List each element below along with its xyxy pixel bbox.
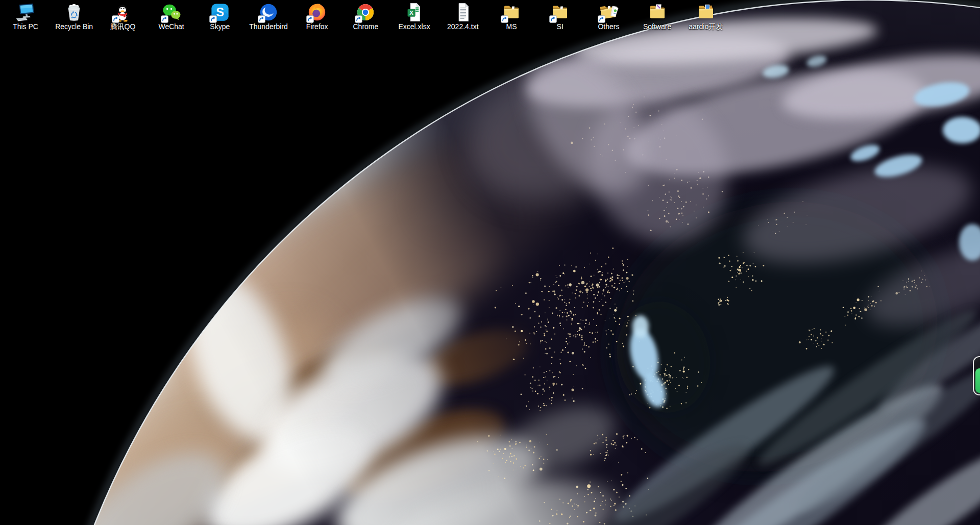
2022-4-txt-icon: [452, 2, 474, 23]
excel-xlsx-icon: X: [404, 2, 425, 23]
icon-label: MS: [487, 22, 535, 31]
desktop-icon-excel-xlsx[interactable]: X Excel.xlsx: [390, 0, 438, 32]
desktop-icon-chrome[interactable]: Chrome: [341, 0, 389, 32]
icon-label: Chrome: [341, 22, 389, 31]
recycle-bin-icon: [63, 2, 85, 23]
shortcut-arrow-icon: [209, 15, 217, 23]
svg-text:S: S: [216, 6, 224, 19]
volume-fill: [975, 368, 980, 393]
icon-label: 2022.4.txt: [439, 22, 487, 31]
desktop-icon-firefox[interactable]: Firefox: [293, 0, 341, 32]
shortcut-arrow-icon: [549, 15, 557, 23]
earth-wallpaper-image: [0, 0, 980, 525]
shortcut-arrow-icon: [355, 15, 362, 23]
software-icon: [647, 2, 668, 23]
desktop-icon-skype[interactable]: S Skype: [196, 0, 244, 32]
desktop-icon-tencent-qq[interactable]: 腾讯QQ: [99, 0, 146, 32]
shortcut-arrow-icon: [501, 15, 508, 23]
icon-label: Skype: [196, 22, 244, 31]
icon-label: SI: [536, 22, 584, 31]
icon-label: This PC: [2, 22, 50, 31]
volume-indicator[interactable]: [973, 356, 980, 395]
icon-label: WeChat: [148, 22, 195, 31]
desktop-icon-2022-4-txt[interactable]: 2022.4.txt: [439, 0, 487, 32]
desktop-icon-si[interactable]: SI: [536, 0, 584, 32]
shortcut-arrow-icon: [306, 15, 314, 23]
desktop-icon-thunderbird[interactable]: Thunderbird: [244, 0, 292, 32]
desktop[interactable]: This PC Recycle Bin 腾讯QQ WeChat S Skype …: [0, 0, 980, 525]
desktop-icon-aardio[interactable]: aardio开发: [682, 0, 730, 32]
svg-text:X: X: [409, 10, 413, 16]
desktop-icon-software[interactable]: Software: [633, 0, 681, 32]
desktop-icon-recycle-bin[interactable]: Recycle Bin: [50, 0, 98, 32]
icon-label: Excel.xlsx: [390, 22, 438, 31]
icon-label: aardio开发: [682, 22, 730, 31]
icon-label: Thunderbird: [244, 22, 292, 31]
desktop-icon-this-pc[interactable]: This PC: [2, 0, 50, 32]
shortcut-arrow-icon: [161, 15, 168, 23]
icon-label: Firefox: [293, 22, 341, 31]
desktop-icon-wechat[interactable]: WeChat: [148, 0, 195, 32]
icon-label: Software: [633, 22, 681, 31]
icon-label: Recycle Bin: [50, 22, 98, 31]
desktop-icon-ms[interactable]: MS: [487, 0, 535, 32]
aardio-icon: [695, 2, 717, 23]
shortcut-arrow-icon: [258, 15, 265, 23]
shortcut-arrow-icon: [112, 15, 119, 23]
icon-label: Others: [584, 22, 632, 31]
shortcut-arrow-icon: [598, 15, 605, 23]
desktop-icon-others[interactable]: Others: [584, 0, 632, 32]
this-pc-icon: [15, 2, 36, 23]
icon-label: 腾讯QQ: [99, 22, 146, 31]
desktop-icon-grid: This PC Recycle Bin 腾讯QQ WeChat S Skype …: [0, 0, 980, 33]
